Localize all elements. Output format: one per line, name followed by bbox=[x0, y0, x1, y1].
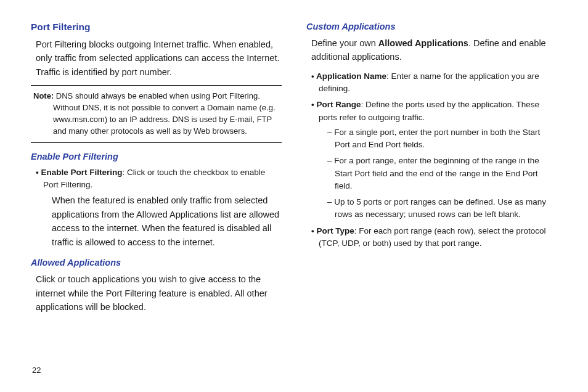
left-column: Port Filtering Port Filtering blocks out… bbox=[31, 22, 282, 321]
enable-pf-bullet: Enable Port Filtering: Click or touch th… bbox=[36, 166, 282, 249]
dash-port-range: For a port range, enter the beginning of… bbox=[327, 155, 557, 192]
bullet-port-type: Port Type: For each port range (each row… bbox=[311, 225, 557, 250]
heading-allowed-apps: Allowed Applications bbox=[31, 258, 282, 267]
note-box: Note: DNS should always be enabled when … bbox=[31, 85, 282, 142]
heading-enable-port-filtering: Enable Port Filtering bbox=[31, 152, 282, 161]
enable-pf-bold: Enable Port Filtering bbox=[41, 168, 122, 177]
port-filtering-intro: Port Filtering blocks outgoing Internet … bbox=[36, 38, 282, 79]
bullet-app-name: Application Name: Enter a name for the a… bbox=[311, 70, 557, 96]
allowed-apps-body: Click or touch applications you wish to … bbox=[36, 272, 282, 314]
note-body: DNS should always be enabled when using … bbox=[53, 91, 276, 136]
custom-apps-intro: Define your own Allowed Applications. De… bbox=[311, 36, 557, 64]
app-name-label: Application Name bbox=[316, 71, 386, 81]
enable-pf-list: Enable Port Filtering: Click or touch th… bbox=[31, 166, 282, 249]
enable-pf-sub: When the featured is enabled only traffi… bbox=[43, 194, 282, 249]
bullet-port-range: Port Range: Define the ports used by the… bbox=[311, 99, 557, 221]
note-label: Note: bbox=[33, 91, 54, 100]
port-range-label: Port Range bbox=[316, 100, 361, 109]
right-column: Custom Applications Define your own Allo… bbox=[306, 22, 557, 321]
port-type-label: Port Type bbox=[316, 226, 354, 235]
custom-apps-list: Application Name: Enter a name for the a… bbox=[306, 70, 557, 250]
note-text: Note: DNS should always be enabled when … bbox=[31, 91, 282, 137]
page-number: 22 bbox=[32, 365, 41, 375]
custom-intro-pre: Define your own bbox=[311, 38, 378, 48]
custom-intro-bold: Allowed Applications bbox=[378, 38, 468, 48]
heading-port-filtering: Port Filtering bbox=[31, 22, 282, 33]
port-range-dashes: For a single port, enter the port number… bbox=[319, 126, 557, 221]
dash-single-port: For a single port, enter the port number… bbox=[327, 126, 557, 152]
page-content: Port Filtering Port Filtering blocks out… bbox=[0, 0, 588, 339]
heading-custom-apps: Custom Applications bbox=[306, 22, 557, 31]
dash-rows: Up to 5 ports or port ranges can be defi… bbox=[327, 196, 557, 221]
